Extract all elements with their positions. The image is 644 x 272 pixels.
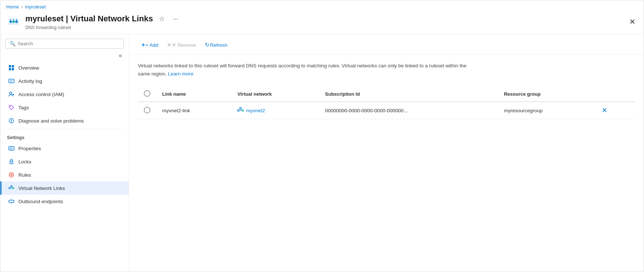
settings-section-label: Settings [0,131,129,142]
sidebar-item-tags[interactable]: Tags [0,101,129,114]
resource-group-cell: myresourcegroup [498,102,594,119]
breadcrumb-home[interactable]: Home [6,4,19,10]
sidebar-item-label: Activity log [18,78,42,84]
sidebar-item-label: Virtual Network Links [18,186,65,191]
svg-point-38 [238,110,239,112]
vnet-row-icon [237,107,244,114]
remove-button[interactable]: ✕ ✕ Remove [163,40,200,50]
delete-row-button[interactable]: ✕ [599,106,609,115]
refresh-button[interactable]: ↻ Refresh [201,39,231,50]
sidebar-item-label: Outbound endpoints [18,199,63,204]
search-box[interactable]: 🔍 [6,39,124,49]
resource-icon [6,14,21,29]
favorite-button[interactable]: ☆ [157,13,167,24]
svg-point-31 [13,187,14,189]
svg-point-1 [10,21,12,23]
vnet-name: myvnet2 [246,108,265,113]
vnet-icon [8,185,15,191]
svg-rect-22 [9,146,14,150]
sidebar-item-label: Rules [18,172,31,178]
sidebar-item-virtual-network-links[interactable]: Virtual Network Links [0,181,129,195]
table-container: Link name Virtual network Subscription I… [138,86,635,119]
more-options-button[interactable]: ··· [171,14,181,24]
search-input[interactable] [18,41,120,46]
svg-rect-12 [12,68,14,70]
vnet-link[interactable]: myvnet2 [237,107,313,114]
sidebar-item-label: Properties [18,146,41,151]
sidebar-item-activity-log[interactable]: Activity log [0,74,129,88]
breadcrumb: Home › myruleset [0,0,644,11]
sidebar-item-label: Tags [18,105,29,110]
delete-cell: ✕ [594,102,635,119]
svg-rect-13 [9,79,14,83]
sidebar-item-label: Diagnose and solve problems [18,118,84,124]
iam-icon [8,91,15,98]
svg-point-21 [11,122,12,123]
row-radio[interactable] [144,107,150,113]
subscription-id-cell: 00000000-0000-0000-0000-000000... [319,102,498,119]
svg-point-18 [10,106,11,107]
header-title-block: myruleset | Virtual Network Links ☆ ··· … [25,13,627,30]
content-toolbar: + + Add ✕ ✕ Remove ↻ Refresh [129,34,644,54]
properties-icon [8,145,15,152]
sidebar-item-properties[interactable]: Properties [0,142,129,155]
sidebar-item-label: Overview [18,65,39,71]
add-icon: + [142,42,145,48]
svg-point-3 [15,21,18,23]
select-column-header [138,86,156,102]
select-all-radio[interactable] [144,90,150,97]
sidebar-item-rules[interactable]: Rules [0,168,129,181]
refresh-icon: ↻ [205,42,210,48]
close-button[interactable]: ✕ [627,16,638,28]
main-layout: 🔍 « Overview [0,34,644,272]
sidebar-item-overview[interactable]: Overview [0,61,129,74]
breadcrumb-sep: › [21,4,23,10]
overview-icon [8,64,15,71]
table-header-row: Link name Virtual network Subscription I… [138,86,635,102]
sidebar-item-label: Locks [18,159,31,165]
table-row: myvnet2-link [138,102,635,119]
settings-divider [7,129,122,129]
activity-icon [8,78,15,84]
svg-point-30 [9,187,10,189]
add-button[interactable]: + + Add [138,39,162,50]
subscription-id-header: Subscription Id [319,86,498,102]
sidebar: 🔍 « Overview [0,34,129,272]
link-name-cell: myvnet2-link [156,102,231,119]
collapse-sidebar-button[interactable]: « [117,52,124,60]
svg-point-17 [13,94,14,95]
locks-icon [8,158,15,165]
sidebar-item-locks[interactable]: Locks [0,155,129,168]
svg-rect-35 [9,200,14,202]
main-content: + + Add ✕ ✕ Remove ↻ Refresh Virtual net… [129,34,644,272]
header-actions: ✕ [627,16,638,28]
sidebar-item-outbound-endpoints[interactable]: Outbound endpoints [0,195,129,208]
virtual-network-header: Virtual network [231,86,319,102]
svg-point-40 [240,107,242,109]
remove-icon: ✕ [167,42,171,48]
svg-point-39 [242,110,244,112]
breadcrumb-resource[interactable]: myruleset [25,4,46,10]
rules-icon [8,172,15,178]
row-select-cell [138,102,156,119]
link-name-header: Link name [156,86,231,102]
page-subtitle: DNS forwarding ruleset [25,25,627,30]
svg-rect-9 [9,65,11,67]
svg-point-26 [11,162,12,163]
sidebar-item-diagnose[interactable]: Diagnose and solve problems [0,114,129,127]
diagnose-icon [8,117,15,124]
svg-rect-11 [9,68,11,70]
svg-point-32 [11,186,12,187]
sidebar-search-container: 🔍 [0,34,129,52]
page-header: myruleset | Virtual Network Links ☆ ··· … [0,11,644,34]
sidebar-item-access-control[interactable]: Access control (IAM) [0,88,129,101]
search-icon: 🔍 [10,41,15,46]
sidebar-nav: Overview Activity log Access control (IA… [0,61,129,272]
tags-icon [8,104,15,111]
content-body: Virtual networks linked to this ruleset … [129,54,644,127]
delete-col-header [594,86,635,102]
sidebar-item-label: Access control (IAM) [18,92,64,97]
endpoints-icon [8,198,15,205]
learn-more-link[interactable]: Learn more [168,71,193,77]
svg-point-16 [10,92,12,94]
